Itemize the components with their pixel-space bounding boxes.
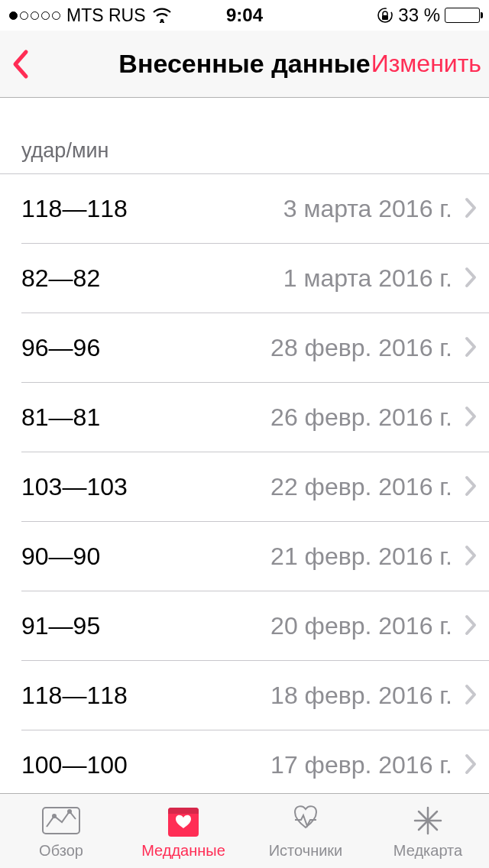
chevron-right-icon (465, 336, 477, 361)
chevron-right-icon (465, 406, 477, 430)
chevron-right-icon (465, 614, 477, 639)
battery-percent: 33 % (398, 5, 440, 26)
chevron-right-icon (465, 753, 477, 778)
measurement-value: 103—103 (21, 473, 128, 501)
measurement-date: 22 февр. 2016 г. (270, 473, 452, 501)
tab-bar: Обзор Медданные Источники Медкарта (0, 793, 489, 868)
svg-rect-2 (382, 15, 388, 20)
measurement-date: 28 февр. 2016 г. (270, 334, 452, 362)
edit-button[interactable]: Изменить (371, 50, 481, 78)
measurement-value: 90—90 (21, 542, 100, 571)
measurement-date: 21 февр. 2016 г. (270, 542, 452, 571)
list-item[interactable]: 100—100 17 февр. 2016 г. (0, 730, 489, 800)
measurement-date: 18 февр. 2016 г. (270, 682, 452, 710)
list-item[interactable]: 118—118 3 марта 2016 г. (0, 174, 489, 244)
battery-icon (445, 8, 480, 23)
data-list: 118—118 3 марта 2016 г. 82—82 1 марта 20… (0, 174, 489, 800)
chevron-right-icon (465, 267, 477, 291)
tab-label: Обзор (39, 842, 83, 860)
measurement-date: 26 февр. 2016 г. (270, 403, 452, 432)
tab-healthdata[interactable]: Медданные (122, 794, 244, 868)
chevron-right-icon (465, 197, 477, 222)
section-header: удар/мин (0, 98, 489, 174)
status-bar: MTS RUS 9:04 33 % (0, 0, 489, 31)
measurement-value: 100—100 (21, 751, 128, 779)
status-left: MTS RUS (9, 5, 172, 26)
measurement-value: 96—96 (21, 334, 100, 362)
chevron-left-icon (11, 47, 32, 81)
medicalid-icon (412, 802, 444, 839)
chevron-right-icon (465, 545, 477, 569)
list-item[interactable]: 91—95 20 февр. 2016 г. (0, 591, 489, 661)
clock: 9:04 (226, 5, 263, 26)
tab-medicalid[interactable]: Медкарта (367, 794, 489, 868)
carrier-label: MTS RUS (66, 5, 146, 26)
tab-label: Медкарта (393, 842, 462, 860)
list-item[interactable]: 118—118 18 февр. 2016 г. (0, 661, 489, 730)
tab-label: Медданные (141, 842, 225, 860)
list-item[interactable]: 82—82 1 марта 2016 г. (0, 244, 489, 313)
measurement-value: 118—118 (21, 682, 128, 710)
svg-point-5 (67, 809, 72, 814)
tab-label: Источники (269, 842, 343, 860)
tab-overview[interactable]: Обзор (0, 794, 122, 868)
list-item[interactable]: 90—90 21 февр. 2016 г. (0, 522, 489, 591)
overview-icon (40, 802, 82, 839)
svg-point-4 (52, 814, 57, 818)
orientation-lock-icon (377, 7, 393, 24)
measurement-date: 3 марта 2016 г. (283, 195, 452, 223)
cellular-signal-icon (9, 11, 60, 20)
measurement-date: 20 февр. 2016 г. (270, 612, 452, 640)
measurement-value: 118—118 (21, 195, 128, 223)
svg-point-0 (160, 19, 163, 22)
nav-bar: Внесенные данные Изменить (0, 31, 489, 98)
measurement-value: 82—82 (21, 264, 100, 293)
page-title: Внесенные данные (118, 49, 370, 79)
measurement-value: 81—81 (21, 403, 100, 432)
list-item[interactable]: 81—81 26 февр. 2016 г. (0, 383, 489, 452)
list-item[interactable]: 96—96 28 февр. 2016 г. (0, 313, 489, 383)
chevron-right-icon (465, 684, 477, 708)
tab-sources[interactable]: Источники (244, 794, 367, 868)
measurement-date: 17 февр. 2016 г. (270, 751, 452, 779)
measurement-date: 1 марта 2016 г. (283, 264, 452, 293)
wifi-icon (152, 8, 172, 23)
healthdata-icon (167, 802, 200, 839)
chevron-right-icon (465, 475, 477, 500)
back-button[interactable] (5, 47, 38, 81)
measurement-value: 91—95 (21, 612, 100, 640)
sources-icon (289, 802, 322, 839)
status-right: 33 % (377, 5, 480, 26)
list-item[interactable]: 103—103 22 февр. 2016 г. (0, 452, 489, 522)
